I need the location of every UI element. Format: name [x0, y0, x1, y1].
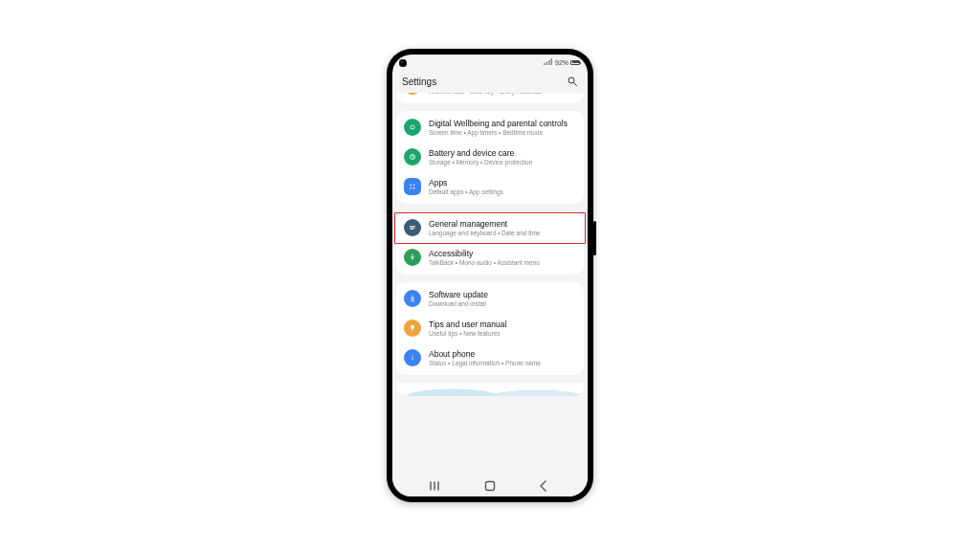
apps-icon [404, 178, 421, 195]
item-title: About phone [429, 349, 576, 359]
settings-item-software-update[interactable]: Software update Download and install [396, 284, 584, 314]
item-subtitle: Android Auto • Side key • Bixby Routines [429, 93, 576, 96]
svg-point-15 [412, 356, 412, 357]
app-header: Settings [392, 70, 588, 93]
settings-item-accessibility[interactable]: Accessibility TalkBack • Mono audio • As… [396, 243, 584, 273]
item-subtitle: Default apps • App settings [429, 188, 576, 196]
item-subtitle: Screen time • App timers • Bedtime mode [429, 129, 576, 137]
settings-item-tips[interactable]: Tips and user manual Useful tips • New f… [396, 314, 584, 343]
punch-hole-camera [399, 59, 407, 67]
about-phone-icon [404, 349, 421, 366]
item-title: Accessibility [429, 249, 576, 258]
signal-icon [544, 58, 552, 66]
item-subtitle: Useful tips • New features [429, 330, 576, 338]
item-title: Software update [429, 290, 576, 299]
settings-group: Digital Wellbeing and parental controls … [396, 111, 584, 204]
footer-decoration [396, 383, 584, 396]
battery-care-icon [404, 148, 421, 165]
settings-list: Advanced features Android Auto • Side ke… [392, 93, 588, 400]
settings-item-advanced-features[interactable]: Advanced features Android Auto • Side ke… [396, 93, 584, 101]
wellbeing-icon [404, 119, 421, 136]
svg-point-7 [411, 187, 412, 189]
item-title: Tips and user manual [429, 320, 576, 329]
general-management-icon [404, 219, 421, 236]
svg-rect-9 [410, 226, 415, 227]
item-subtitle: Status • Legal information • Phone name [429, 360, 576, 367]
item-title: General management [429, 219, 576, 229]
svg-point-0 [568, 77, 574, 83]
item-subtitle: Storage • Memory • Device protection [429, 159, 576, 166]
nav-home-button[interactable] [477, 479, 503, 493]
svg-point-8 [413, 187, 415, 189]
svg-rect-13 [411, 301, 415, 302]
svg-rect-20 [486, 482, 495, 491]
settings-item-digital-wellbeing[interactable]: Digital Wellbeing and parental controls … [396, 113, 584, 143]
settings-group: Software update Download and install Tip… [396, 282, 584, 375]
battery-indicator: 92% [555, 59, 580, 66]
settings-item-about-phone[interactable]: About phone Status • Legal information •… [396, 343, 584, 373]
settings-item-apps[interactable]: Apps Default apps • App settings [396, 172, 584, 202]
settings-item-general-management[interactable]: General management Language and keyboard… [396, 213, 584, 243]
accessibility-icon [404, 249, 421, 266]
tips-icon [404, 320, 421, 337]
svg-rect-16 [412, 358, 413, 361]
settings-group: Advanced features Android Auto • Side ke… [396, 93, 584, 103]
item-title: Apps [429, 178, 576, 187]
item-title: Battery and device care [429, 148, 576, 158]
svg-rect-10 [410, 228, 415, 229]
stage: 92% Settings [0, 0, 980, 551]
software-update-icon [404, 290, 421, 307]
item-title: Digital Wellbeing and parental controls [429, 119, 576, 128]
item-subtitle: Download and install [429, 300, 576, 308]
phone-frame: 92% Settings [387, 49, 593, 502]
svg-point-5 [411, 185, 412, 187]
screen: 92% Settings [392, 55, 588, 496]
nav-recents-button[interactable] [423, 479, 450, 493]
search-icon [567, 76, 578, 87]
settings-scroll-area[interactable]: Advanced features Android Auto • Side ke… [392, 93, 588, 475]
item-subtitle: TalkBack • Mono audio • Assistant menu [429, 259, 576, 267]
advanced-features-icon [404, 93, 421, 95]
nav-back-button[interactable] [530, 479, 557, 493]
page-title: Settings [402, 77, 436, 87]
back-icon [539, 480, 548, 492]
search-button[interactable] [567, 76, 578, 87]
battery-icon [570, 60, 580, 65]
svg-rect-11 [410, 230, 413, 231]
item-subtitle: Language and keyboard • Date and time [429, 230, 576, 237]
recents-icon [430, 481, 443, 491]
settings-item-battery-device-care[interactable]: Battery and device care Storage • Memory… [396, 143, 584, 172]
status-bar: 92% [392, 55, 588, 70]
svg-line-1 [574, 83, 577, 86]
svg-point-12 [412, 254, 413, 256]
svg-point-6 [413, 185, 415, 187]
svg-point-3 [411, 125, 414, 129]
settings-group: General management Language and keyboard… [396, 211, 584, 275]
navigation-bar [392, 475, 588, 496]
svg-rect-14 [412, 330, 413, 331]
battery-text: 92% [555, 59, 568, 66]
home-icon [484, 480, 496, 492]
